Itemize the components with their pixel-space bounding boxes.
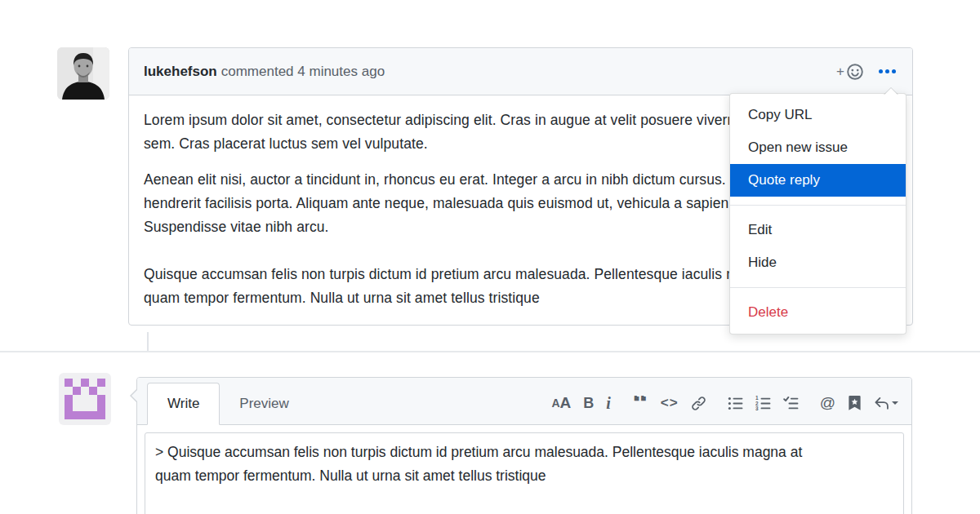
menu-item-copy-url[interactable]: Copy URL	[730, 99, 906, 131]
quote-icon[interactable]: “	[632, 396, 648, 410]
editor-body: > Quisque accumsan felis non turpis dict…	[137, 425, 911, 514]
svg-text:3: 3	[755, 405, 759, 410]
menu-item-open-new-issue[interactable]: Open new issue	[730, 131, 906, 164]
menu-item-hide[interactable]: Hide	[730, 246, 906, 279]
reply-arrow-icon[interactable]	[874, 395, 898, 411]
editor-header: Write Preview AA B i “ <> 123	[137, 378, 911, 425]
smiley-icon	[846, 63, 864, 81]
bold-icon[interactable]: B	[583, 395, 594, 411]
text-size-icon[interactable]: AA	[551, 395, 571, 411]
code-icon[interactable]: <>	[661, 395, 679, 411]
tab-write[interactable]: Write	[147, 383, 220, 425]
identicon-avatar[interactable]	[59, 373, 111, 425]
kebab-menu-button[interactable]	[877, 66, 898, 77]
kebab-dot	[892, 69, 896, 73]
tab-preview[interactable]: Preview	[220, 383, 308, 424]
saved-replies-icon[interactable]	[848, 395, 862, 411]
comment-author[interactable]: lukehefson	[144, 64, 217, 80]
italic-icon[interactable]: i	[606, 395, 611, 411]
menu-item-quote-reply[interactable]: Quote reply	[730, 164, 906, 197]
section-divider	[0, 351, 980, 352]
comment-timestamp: commented 4 minutes ago	[221, 64, 385, 80]
kebab-dot	[879, 69, 883, 73]
menu-item-delete[interactable]: Delete	[730, 296, 906, 329]
menu-divider	[730, 287, 906, 288]
link-icon[interactable]	[691, 395, 706, 411]
task-list-icon[interactable]	[783, 395, 799, 411]
comment-textarea[interactable]: > Quisque accumsan felis non turpis dict…	[145, 432, 904, 514]
unordered-list-icon[interactable]	[728, 395, 743, 411]
comment-options-menu: Copy URL Open new issue Quote reply Edit…	[729, 93, 906, 335]
comment-header: lukehefson commented 4 minutes ago +	[129, 48, 912, 95]
mention-icon[interactable]: @	[820, 395, 835, 411]
add-reaction-button[interactable]: +	[836, 63, 864, 81]
menu-divider	[730, 205, 906, 206]
timeline-thread-line	[147, 332, 149, 352]
kebab-dot	[885, 69, 889, 73]
markdown-toolbar: AA B i “ <> 123	[551, 395, 898, 424]
menu-item-edit[interactable]: Edit	[730, 214, 906, 246]
reply-editor: Write Preview AA B i “ <> 123	[136, 377, 912, 514]
plus-icon: +	[836, 64, 844, 80]
ordered-list-icon[interactable]: 123	[755, 395, 771, 411]
avatar-photo[interactable]	[57, 47, 109, 100]
dropdown-caret-icon	[892, 401, 898, 408]
identicon-pattern	[65, 379, 105, 419]
person-photo-illustration	[57, 47, 109, 100]
